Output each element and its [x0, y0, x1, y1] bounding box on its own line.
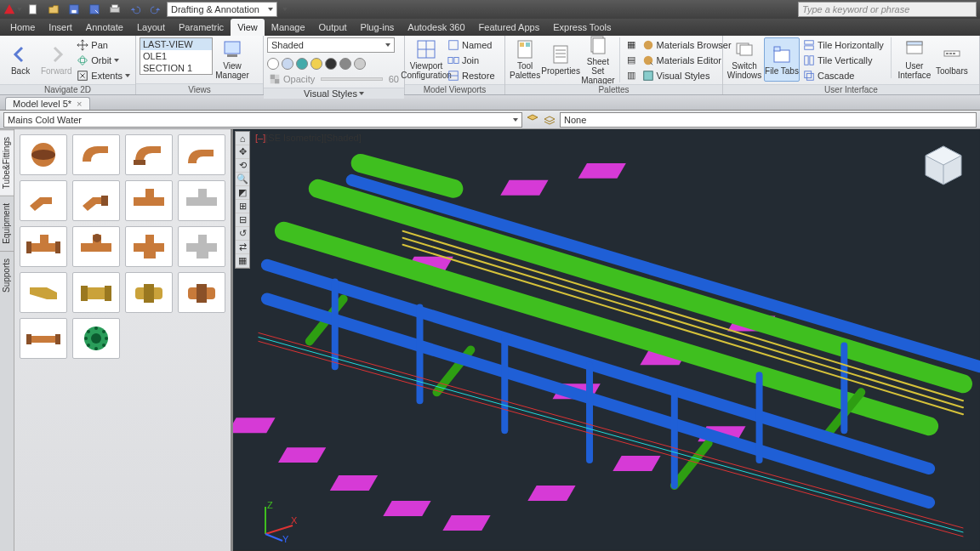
swatch-icon[interactable]	[311, 58, 322, 70]
nav-tool-icon[interactable]: ⊞	[236, 200, 249, 213]
fitting-thumbnail[interactable]	[72, 134, 120, 175]
fitting-thumbnail[interactable]	[72, 272, 120, 313]
restore-vp-button[interactable]: Restore	[446, 68, 497, 82]
fitting-thumbnail[interactable]	[125, 134, 173, 175]
tab-home[interactable]: Home	[3, 19, 42, 36]
plot-icon[interactable]	[105, 2, 124, 17]
sheetset-button[interactable]: Sheet Set Manager	[580, 37, 615, 82]
tab-insert[interactable]: Insert	[42, 19, 79, 36]
swatch-icon[interactable]	[267, 58, 279, 70]
opacity-slider[interactable]	[321, 77, 382, 81]
workspace-dropdown[interactable]: Drafting & Annotation	[167, 2, 277, 17]
app-menu-dropdown-icon[interactable]	[17, 8, 22, 11]
fitting-thumbnail[interactable]	[178, 272, 225, 313]
redo-icon[interactable]	[146, 2, 165, 17]
open-icon[interactable]	[44, 2, 63, 17]
tab-autodesk360[interactable]: Autodesk 360	[401, 19, 471, 36]
visual-style-dropdown[interactable]: Shaded	[267, 37, 395, 53]
named-views-list[interactable]: LAST-VIEW OLE1 SECTION 1	[140, 37, 213, 75]
palette-tab-equipment[interactable]: Equipment	[0, 196, 14, 251]
fitting-thumbnail[interactable]	[20, 134, 67, 175]
fitting-thumbnail[interactable]	[125, 180, 173, 221]
tab-parametric[interactable]: Parametric	[172, 19, 231, 36]
tab-plugins[interactable]: Plug-ins	[354, 19, 402, 36]
nav-tool-icon[interactable]: ◩	[236, 186, 249, 200]
viewport-label[interactable]: [–][SE Isometric][Shaded]	[255, 133, 362, 143]
fitting-thumbnail[interactable]	[20, 318, 67, 359]
nav-tool-icon[interactable]: ⇄	[236, 241, 249, 254]
small-palette-btn[interactable]: ▥	[624, 68, 639, 82]
new-icon[interactable]	[24, 2, 43, 17]
nav-tool-icon[interactable]: ⌂	[236, 132, 249, 145]
fitting-thumbnail[interactable]	[178, 134, 225, 175]
toolbars-button[interactable]: Toolbars	[934, 37, 970, 82]
help-search-input[interactable]: Type a keyword or phrase	[798, 2, 977, 17]
tab-output[interactable]: Output	[312, 19, 354, 36]
tab-express-tools[interactable]: Express Tools	[546, 19, 618, 36]
swatch-icon[interactable]	[339, 58, 351, 70]
fitting-thumbnail[interactable]	[20, 226, 67, 267]
tab-annotate[interactable]: Annotate	[79, 19, 130, 36]
fitting-thumbnail[interactable]	[178, 180, 225, 221]
properties-button[interactable]: Properties	[543, 37, 578, 82]
join-vp-button[interactable]: Join	[446, 53, 497, 67]
tab-manage[interactable]: Manage	[265, 19, 312, 36]
layer-tool-icon[interactable]	[543, 112, 556, 128]
layer-dropdown[interactable]: Mains Cold Water	[3, 112, 522, 128]
forward-button[interactable]: Forward	[39, 37, 73, 82]
fitting-thumbnail[interactable]	[125, 272, 173, 313]
model-viewport[interactable]	[233, 129, 980, 550]
swatch-icon[interactable]	[354, 58, 366, 70]
materials-browser-button[interactable]: Materials Browser	[641, 37, 733, 52]
fitting-thumbnail[interactable]	[72, 226, 120, 267]
fitting-thumbnail[interactable]	[72, 180, 120, 221]
user-interface-button[interactable]: User Interface	[897, 37, 932, 82]
palette-tab-supports[interactable]: Supports	[0, 251, 14, 299]
tile-vertically-button[interactable]: Tile Vertically	[801, 53, 886, 67]
view-manager-button[interactable]: View Manager	[214, 37, 250, 82]
pan-button[interactable]: Pan	[75, 37, 132, 52]
viewport-config-button[interactable]: Viewport Configuration	[408, 37, 444, 82]
fitting-thumbnail[interactable]	[125, 226, 173, 267]
tab-layout[interactable]: Layout	[130, 19, 172, 36]
saveas-icon[interactable]	[85, 2, 104, 17]
tile-horizontally-button[interactable]: Tile Horizontally	[801, 37, 886, 52]
nav-tool-icon[interactable]: ▦	[236, 254, 249, 268]
fitting-thumbnail[interactable]	[178, 226, 225, 267]
tool-palettes-button[interactable]: Tool Palettes	[509, 37, 541, 82]
back-button[interactable]: Back	[3, 37, 37, 82]
fitting-thumbnail[interactable]	[72, 318, 120, 359]
small-palette-btn[interactable]: ▤	[624, 53, 639, 67]
cascade-button[interactable]: Cascade	[801, 68, 886, 82]
extents-button[interactable]: Extents	[75, 68, 132, 82]
orbit-button[interactable]: Orbit	[75, 53, 132, 67]
fitting-thumbnail[interactable]	[20, 180, 67, 221]
switch-windows-button[interactable]: Switch Windows	[726, 37, 762, 82]
named-vp-button[interactable]: Named	[446, 37, 497, 52]
fitting-thumbnail[interactable]	[20, 272, 67, 313]
app-logo-icon[interactable]	[3, 3, 15, 15]
nav-tool-icon[interactable]: ↺	[236, 227, 249, 241]
list-item[interactable]: SECTION 1	[140, 62, 212, 74]
swatch-icon[interactable]	[282, 58, 293, 70]
viewcube[interactable]	[919, 141, 968, 190]
visual-styles-button[interactable]: Visual Styles	[641, 68, 733, 82]
undo-icon[interactable]	[126, 2, 145, 17]
nav-tool-icon[interactable]: ⊟	[236, 213, 249, 227]
list-item[interactable]: LAST-VIEW	[140, 38, 212, 50]
close-icon[interactable]: ×	[77, 99, 82, 109]
file-tabs-button[interactable]: File Tabs	[764, 37, 800, 82]
nav-tool-icon[interactable]: ✥	[236, 145, 249, 159]
nav-tool-icon[interactable]: 🔍	[236, 173, 249, 186]
qat-customize-icon[interactable]	[282, 8, 288, 11]
swatch-icon[interactable]	[296, 58, 308, 70]
save-icon[interactable]	[65, 2, 83, 17]
materials-editor-button[interactable]: Materials Editor	[641, 53, 733, 67]
swatch-icon[interactable]	[325, 58, 337, 70]
linetype-dropdown[interactable]: None	[560, 112, 977, 128]
nav-tool-icon[interactable]: ⟲	[236, 159, 249, 173]
tab-view[interactable]: View	[231, 19, 265, 36]
layer-tool-icon[interactable]	[526, 112, 539, 128]
list-item[interactable]: OLE1	[140, 50, 212, 62]
small-palette-btn[interactable]: ▦	[624, 37, 639, 52]
